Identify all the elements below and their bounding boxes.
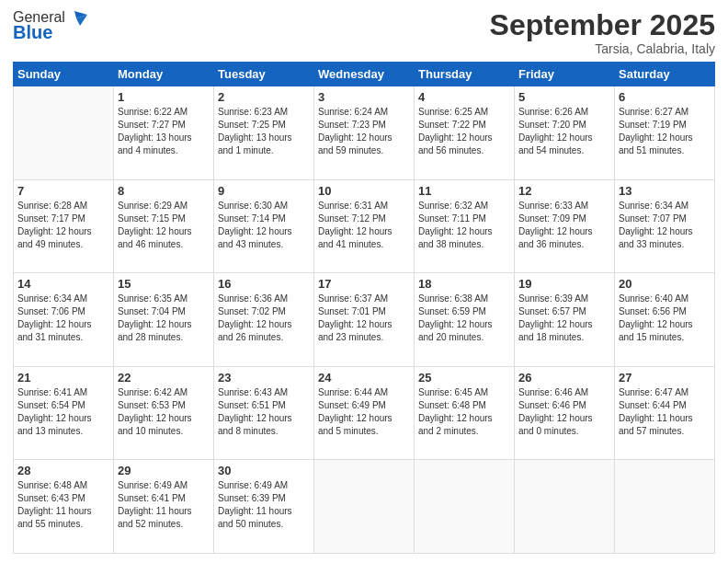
day-number-6: 6 — [619, 90, 711, 104]
week-row-2: 14Sunrise: 6:34 AMSunset: 7:06 PMDayligh… — [14, 273, 715, 367]
day-number-22: 22 — [118, 371, 210, 385]
day-info-29: Sunrise: 6:49 AMSunset: 6:41 PMDaylight:… — [118, 479, 210, 531]
cell-w3-d2: 23Sunrise: 6:43 AMSunset: 6:51 PMDayligh… — [214, 366, 314, 460]
day-number-20: 20 — [619, 277, 711, 291]
day-number-13: 13 — [619, 184, 711, 198]
cell-w0-d0 — [14, 86, 114, 180]
day-number-7: 7 — [17, 184, 109, 198]
cell-w3-d0: 21Sunrise: 6:41 AMSunset: 6:54 PMDayligh… — [14, 366, 114, 460]
cell-w3-d5: 26Sunrise: 6:46 AMSunset: 6:46 PMDayligh… — [515, 366, 615, 460]
day-number-26: 26 — [518, 371, 610, 385]
cell-w1-d6: 13Sunrise: 6:34 AMSunset: 7:07 PMDayligh… — [615, 179, 715, 273]
cell-w3-d3: 24Sunrise: 6:44 AMSunset: 6:49 PMDayligh… — [314, 366, 415, 460]
day-info-30: Sunrise: 6:49 AMSunset: 6:39 PMDaylight:… — [218, 479, 310, 531]
day-info-4: Sunrise: 6:25 AMSunset: 7:22 PMDaylight:… — [418, 106, 510, 157]
day-number-19: 19 — [518, 277, 610, 291]
calendar-header-row: Sunday Monday Tuesday Wednesday Thursday… — [14, 63, 715, 86]
day-info-5: Sunrise: 6:26 AMSunset: 7:20 PMDaylight:… — [518, 106, 610, 157]
title-block: September 2025 Tarsia, Calabria, Italy — [490, 9, 715, 56]
cell-w4-d1: 29Sunrise: 6:49 AMSunset: 6:41 PMDayligh… — [114, 460, 214, 554]
day-info-14: Sunrise: 6:34 AMSunset: 7:06 PMDaylight:… — [17, 293, 109, 344]
cell-w1-d3: 10Sunrise: 6:31 AMSunset: 7:12 PMDayligh… — [314, 179, 415, 273]
cell-w4-d3 — [314, 460, 415, 554]
cell-w2-d1: 15Sunrise: 6:35 AMSunset: 7:04 PMDayligh… — [114, 273, 214, 367]
week-row-1: 7Sunrise: 6:28 AMSunset: 7:17 PMDaylight… — [14, 179, 715, 273]
day-number-28: 28 — [17, 464, 109, 477]
day-info-19: Sunrise: 6:39 AMSunset: 6:57 PMDaylight:… — [518, 293, 610, 344]
day-info-27: Sunrise: 6:47 AMSunset: 6:44 PMDaylight:… — [619, 386, 711, 438]
day-info-21: Sunrise: 6:41 AMSunset: 6:54 PMDaylight:… — [17, 386, 109, 438]
day-number-1: 1 — [118, 90, 210, 104]
day-number-5: 5 — [518, 90, 610, 104]
day-number-4: 4 — [418, 90, 510, 104]
col-friday: Friday — [515, 63, 615, 86]
col-wednesday: Wednesday — [314, 63, 415, 86]
day-number-24: 24 — [318, 371, 410, 385]
day-info-11: Sunrise: 6:32 AMSunset: 7:11 PMDaylight:… — [418, 200, 510, 251]
cell-w1-d5: 12Sunrise: 6:33 AMSunset: 7:09 PMDayligh… — [515, 179, 615, 273]
day-number-21: 21 — [17, 371, 109, 385]
day-number-25: 25 — [418, 371, 510, 385]
col-saturday: Saturday — [615, 63, 715, 86]
day-info-18: Sunrise: 6:38 AMSunset: 6:59 PMDaylight:… — [418, 293, 510, 344]
day-info-24: Sunrise: 6:44 AMSunset: 6:49 PMDaylight:… — [318, 386, 410, 438]
day-info-12: Sunrise: 6:33 AMSunset: 7:09 PMDaylight:… — [518, 200, 610, 251]
cell-w2-d2: 16Sunrise: 6:36 AMSunset: 7:02 PMDayligh… — [214, 273, 314, 367]
cell-w1-d0: 7Sunrise: 6:28 AMSunset: 7:17 PMDaylight… — [14, 179, 114, 273]
month-title: September 2025 — [490, 9, 715, 41]
day-number-23: 23 — [218, 371, 310, 385]
cell-w0-d6: 6Sunrise: 6:27 AMSunset: 7:19 PMDaylight… — [615, 86, 715, 180]
cell-w0-d2: 2Sunrise: 6:23 AMSunset: 7:25 PMDaylight… — [214, 86, 314, 180]
calendar-table: Sunday Monday Tuesday Wednesday Thursday… — [13, 62, 715, 554]
col-sunday: Sunday — [14, 63, 114, 86]
day-info-2: Sunrise: 6:23 AMSunset: 7:25 PMDaylight:… — [218, 106, 310, 157]
cell-w2-d3: 17Sunrise: 6:37 AMSunset: 7:01 PMDayligh… — [314, 273, 415, 367]
location-subtitle: Tarsia, Calabria, Italy — [490, 41, 715, 56]
logo: General Blue — [13, 9, 87, 43]
col-thursday: Thursday — [415, 63, 515, 86]
cell-w4-d2: 30Sunrise: 6:49 AMSunset: 6:39 PMDayligh… — [214, 460, 314, 554]
logo-bird-icon — [67, 9, 87, 26]
day-number-14: 14 — [17, 277, 109, 291]
day-number-10: 10 — [318, 184, 410, 198]
day-info-23: Sunrise: 6:43 AMSunset: 6:51 PMDaylight:… — [218, 386, 310, 438]
day-number-2: 2 — [218, 90, 310, 104]
cell-w3-d6: 27Sunrise: 6:47 AMSunset: 6:44 PMDayligh… — [615, 366, 715, 460]
day-number-30: 30 — [218, 464, 310, 477]
cell-w0-d5: 5Sunrise: 6:26 AMSunset: 7:20 PMDaylight… — [515, 86, 615, 180]
day-number-18: 18 — [418, 277, 510, 291]
cell-w0-d4: 4Sunrise: 6:25 AMSunset: 7:22 PMDaylight… — [415, 86, 515, 180]
cell-w4-d5 — [515, 460, 615, 554]
day-number-27: 27 — [619, 371, 711, 385]
day-info-6: Sunrise: 6:27 AMSunset: 7:19 PMDaylight:… — [619, 106, 711, 157]
day-info-16: Sunrise: 6:36 AMSunset: 7:02 PMDaylight:… — [218, 293, 310, 344]
cell-w4-d4 — [415, 460, 515, 554]
cell-w3-d4: 25Sunrise: 6:45 AMSunset: 6:48 PMDayligh… — [415, 366, 515, 460]
cell-w1-d1: 8Sunrise: 6:29 AMSunset: 7:15 PMDaylight… — [114, 179, 214, 273]
day-number-9: 9 — [218, 184, 310, 198]
logo-blue-text: Blue — [13, 22, 52, 43]
cell-w0-d3: 3Sunrise: 6:24 AMSunset: 7:23 PMDaylight… — [314, 86, 415, 180]
cell-w4-d6 — [615, 460, 715, 554]
day-info-3: Sunrise: 6:24 AMSunset: 7:23 PMDaylight:… — [318, 106, 410, 157]
cell-w2-d4: 18Sunrise: 6:38 AMSunset: 6:59 PMDayligh… — [415, 273, 515, 367]
day-info-1: Sunrise: 6:22 AMSunset: 7:27 PMDaylight:… — [118, 106, 210, 157]
cell-w2-d0: 14Sunrise: 6:34 AMSunset: 7:06 PMDayligh… — [14, 273, 114, 367]
cell-w2-d6: 20Sunrise: 6:40 AMSunset: 6:56 PMDayligh… — [615, 273, 715, 367]
page: General Blue September 2025 Tarsia, Cala… — [0, 0, 728, 563]
day-info-22: Sunrise: 6:42 AMSunset: 6:53 PMDaylight:… — [118, 386, 210, 438]
day-number-11: 11 — [418, 184, 510, 198]
day-info-17: Sunrise: 6:37 AMSunset: 7:01 PMDaylight:… — [318, 293, 410, 344]
day-info-25: Sunrise: 6:45 AMSunset: 6:48 PMDaylight:… — [418, 386, 510, 438]
day-info-15: Sunrise: 6:35 AMSunset: 7:04 PMDaylight:… — [118, 293, 210, 344]
week-row-0: 1Sunrise: 6:22 AMSunset: 7:27 PMDaylight… — [14, 86, 715, 180]
col-monday: Monday — [114, 63, 214, 86]
day-number-3: 3 — [318, 90, 410, 104]
day-info-9: Sunrise: 6:30 AMSunset: 7:14 PMDaylight:… — [218, 200, 310, 251]
day-info-26: Sunrise: 6:46 AMSunset: 6:46 PMDaylight:… — [518, 386, 610, 438]
cell-w0-d1: 1Sunrise: 6:22 AMSunset: 7:27 PMDaylight… — [114, 86, 214, 180]
day-info-28: Sunrise: 6:48 AMSunset: 6:43 PMDaylight:… — [17, 479, 109, 531]
day-number-8: 8 — [118, 184, 210, 198]
cell-w1-d2: 9Sunrise: 6:30 AMSunset: 7:14 PMDaylight… — [214, 179, 314, 273]
day-info-13: Sunrise: 6:34 AMSunset: 7:07 PMDaylight:… — [619, 200, 711, 251]
